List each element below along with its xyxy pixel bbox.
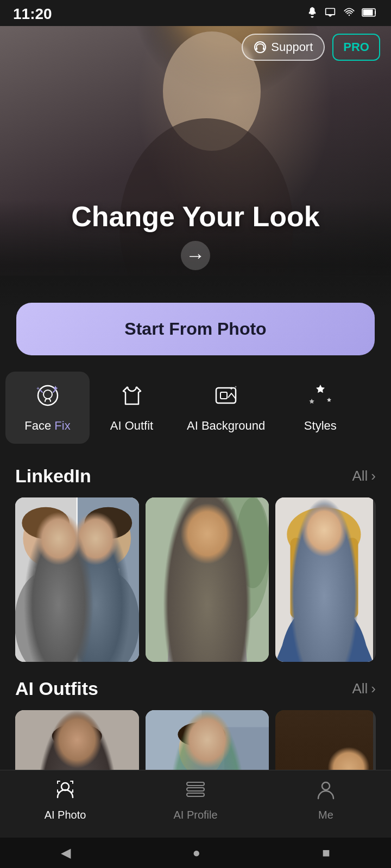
linkedin-person-3-image: [275, 497, 373, 662]
svg-point-25: [77, 571, 139, 662]
svg-rect-2: [329, 16, 331, 17]
nav-me-label: Me: [318, 809, 333, 821]
nav-ai-photo-label: AI Photo: [45, 809, 86, 821]
wifi-icon: [342, 7, 356, 21]
ai-background-icon: [213, 382, 239, 413]
svg-rect-41: [313, 598, 335, 639]
hero-title: Change Your Look: [0, 201, 391, 232]
linkedin-photo-1[interactable]: [15, 497, 139, 662]
tab-ai-background[interactable]: AI Background: [174, 372, 278, 444]
svg-rect-35: [275, 497, 373, 662]
svg-point-13: [43, 390, 52, 399]
svg-point-50: [179, 722, 224, 776]
ai-photo-icon: [54, 778, 76, 805]
support-label: Support: [271, 40, 313, 54]
start-from-photo-button[interactable]: Start From Photo: [16, 303, 375, 355]
hero-section: Support PRO Change Your Look →: [0, 26, 391, 308]
styles-icon: [307, 382, 333, 413]
tab-face-fix-label: Face Fix: [24, 419, 70, 433]
bottom-nav: AI Photo AI Profile Me: [0, 770, 391, 838]
ai-outfits-title: AI Outfits: [15, 678, 98, 699]
arrow-icon: →: [186, 244, 205, 267]
svg-point-32: [182, 512, 232, 537]
svg-point-19: [23, 511, 68, 565]
status-icons: [306, 7, 378, 22]
svg-rect-15: [220, 392, 227, 399]
tab-ai-background-label: AI Background: [187, 419, 265, 433]
nav-ai-profile[interactable]: AI Profile: [130, 778, 261, 821]
svg-point-29: [213, 497, 269, 622]
nav-me[interactable]: Me: [261, 778, 391, 821]
svg-rect-37: [290, 538, 302, 618]
headset-icon: [254, 41, 267, 54]
linkedin-person-2-image: [146, 497, 269, 662]
svg-rect-38: [346, 538, 358, 618]
linkedin-all-button[interactable]: All ›: [352, 468, 376, 484]
tab-styles-label: Styles: [304, 419, 337, 433]
svg-rect-22: [34, 569, 57, 614]
linkedin-chevron-icon: ›: [371, 468, 376, 484]
svg-rect-11: [263, 47, 264, 50]
tab-face-fix[interactable]: Face Fix: [5, 372, 90, 444]
svg-point-20: [22, 507, 70, 539]
linkedin-title: LinkedIn: [15, 465, 91, 487]
tab-styles[interactable]: Styles: [278, 372, 362, 444]
face-fix-icon: [35, 382, 61, 413]
svg-rect-10: [256, 47, 257, 50]
svg-point-57: [323, 726, 373, 756]
svg-point-36: [287, 508, 361, 561]
tab-ai-outfit[interactable]: AI Outfit: [90, 372, 174, 444]
svg-rect-60: [187, 782, 204, 786]
ai-outfits-all-button[interactable]: All ›: [352, 680, 376, 697]
android-back-button[interactable]: ◀: [61, 845, 71, 860]
svg-rect-0: [326, 9, 335, 15]
svg-rect-40: [314, 577, 333, 597]
support-button[interactable]: Support: [242, 34, 325, 61]
svg-point-63: [322, 782, 330, 790]
hero-text: Change Your Look →: [0, 201, 391, 270]
nav-ai-photo[interactable]: AI Photo: [0, 778, 130, 821]
svg-rect-62: [187, 793, 204, 796]
svg-rect-18: [77, 497, 139, 662]
svg-point-51: [178, 722, 225, 747]
svg-point-45: [52, 724, 102, 749]
linkedin-person-1-image: [15, 497, 139, 662]
hero-top-buttons: Support PRO: [242, 34, 380, 61]
hero-arrow-button[interactable]: →: [181, 241, 210, 270]
svg-rect-5: [363, 10, 373, 16]
svg-rect-16: [15, 497, 139, 662]
linkedin-header: LinkedIn All ›: [15, 465, 376, 487]
android-home-button[interactable]: ●: [192, 845, 200, 860]
android-recent-button[interactable]: ■: [322, 845, 330, 860]
tool-tabs: Face Fix AI Outfit AI Background: [0, 361, 391, 449]
status-bar: 11:20: [0, 0, 391, 26]
linkedin-photo-3[interactable]: [275, 497, 376, 662]
svg-point-24: [84, 507, 132, 539]
linkedin-section: LinkedIn All ›: [0, 455, 391, 667]
svg-rect-33: [195, 571, 218, 611]
ai-outfits-chevron-icon: ›: [371, 680, 376, 697]
svg-point-21: [15, 571, 77, 662]
cast-icon: [324, 7, 337, 21]
linkedin-photo-grid: [15, 497, 376, 662]
battery-icon: [362, 7, 378, 21]
svg-point-39: [298, 523, 349, 582]
svg-point-31: [183, 512, 231, 569]
ai-outfit-icon: [119, 382, 145, 413]
pro-label: PRO: [343, 40, 369, 54]
ai-profile-icon: [185, 778, 206, 805]
tab-ai-outfit-label: AI Outfit: [110, 419, 153, 433]
svg-rect-28: [146, 497, 269, 662]
notification-icon: [306, 7, 318, 22]
linkedin-photo-2[interactable]: [146, 497, 269, 662]
pro-button[interactable]: PRO: [332, 34, 380, 61]
svg-rect-26: [97, 569, 119, 614]
me-icon: [315, 778, 337, 805]
ai-outfits-all-label: All: [352, 680, 368, 697]
ai-outfits-header: AI Outfits All ›: [15, 678, 376, 699]
svg-point-23: [85, 511, 131, 565]
svg-point-3: [349, 15, 350, 16]
start-btn-container: Start From Photo: [0, 303, 391, 355]
android-nav-bar: ◀ ● ■: [0, 838, 391, 868]
linkedin-all-label: All: [352, 468, 368, 484]
